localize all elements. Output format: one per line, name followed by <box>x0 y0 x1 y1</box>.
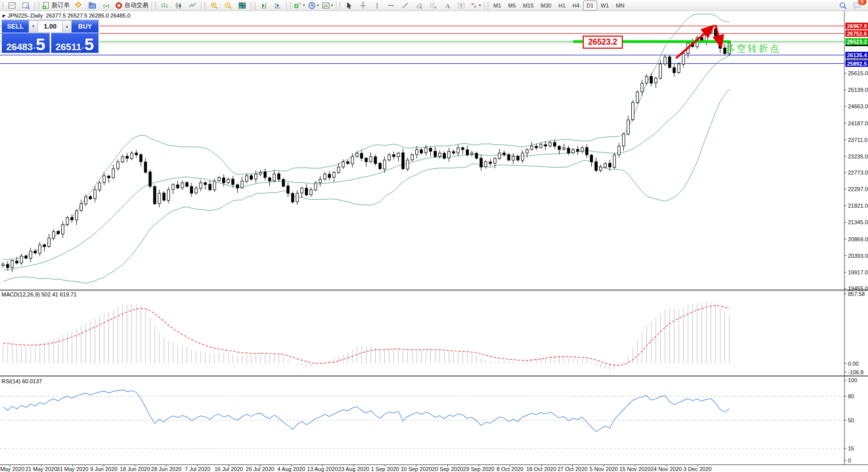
svg-text:50: 50 <box>848 417 854 423</box>
chart-line-button[interactable] <box>186 0 200 11</box>
candle <box>397 153 400 156</box>
tab-timeframe-W1[interactable]: W1 <box>597 1 613 11</box>
periods-button[interactable]: ▾ <box>306 0 320 11</box>
candle <box>471 153 473 154</box>
zoom-in-button[interactable] <box>207 0 221 11</box>
svg-text:23235.0: 23235.0 <box>848 153 868 160</box>
autotrade-button[interactable]: 自动交易 <box>113 0 150 11</box>
tile-windows-button[interactable] <box>235 0 249 11</box>
channel-button[interactable]: E <box>412 0 426 11</box>
buy-button[interactable]: BUY <box>72 20 98 33</box>
sell-button[interactable]: SELL <box>2 20 29 33</box>
chart-cursor-icon: ◤ <box>3 14 6 19</box>
candle <box>48 238 50 246</box>
candle <box>16 261 18 263</box>
candle <box>439 153 441 156</box>
trendline-button[interactable] <box>398 0 412 11</box>
candle <box>30 251 32 258</box>
candle <box>314 183 317 190</box>
zoom-in-icon <box>210 2 218 10</box>
channel-icon: E <box>415 2 423 10</box>
new-order-button[interactable]: 新订单 <box>41 0 71 11</box>
candle <box>71 218 73 220</box>
candle <box>255 174 257 179</box>
sell-price-display[interactable]: 26483 . 5 <box>2 33 50 53</box>
svg-text:8 Oct 2020: 8 Oct 2020 <box>496 466 524 472</box>
hline-button[interactable] <box>384 0 398 11</box>
price-level-tag[interactable]: 26523.2 <box>583 36 623 49</box>
volume-field[interactable]: 1.00 <box>38 20 62 33</box>
volume-decrease-button[interactable]: ▼ <box>29 20 38 33</box>
candle <box>429 148 432 151</box>
candle <box>126 156 128 159</box>
candle <box>213 181 216 190</box>
candle <box>494 159 496 164</box>
chart-candles-button[interactable] <box>171 0 186 11</box>
candle <box>604 164 607 167</box>
chart-canvas[interactable]: MACD(12,26,9) 502.41 619.71RSI(14) 60.01… <box>0 0 868 472</box>
metaeditor-button[interactable] <box>71 0 85 11</box>
chart-bars-icon <box>160 2 168 10</box>
candle <box>112 169 115 178</box>
zoom-out-icon <box>224 2 232 10</box>
tab-timeframe-D1[interactable]: D1 <box>583 1 597 11</box>
tab-timeframe-M1[interactable]: M1 <box>490 1 504 11</box>
candle <box>673 68 675 73</box>
candle <box>498 153 501 159</box>
toolbar-grip <box>254 2 256 9</box>
candle <box>677 64 680 73</box>
search-button[interactable] <box>836 0 850 11</box>
candle <box>563 148 565 149</box>
candle <box>664 57 666 64</box>
candle <box>590 155 593 162</box>
data-window-button[interactable] <box>19 0 33 11</box>
candle <box>287 186 289 194</box>
candle <box>158 193 160 204</box>
fibo-button[interactable]: F <box>426 0 440 11</box>
zoom-out-button[interactable] <box>221 0 235 11</box>
shift-end-button[interactable] <box>257 0 271 11</box>
toolbar-separator <box>484 2 484 10</box>
candle <box>121 156 124 162</box>
candle <box>25 256 27 258</box>
tab-timeframe-H1[interactable]: H1 <box>555 1 569 11</box>
candle <box>337 167 340 173</box>
volume-increase-button[interactable]: ▲ <box>62 20 72 33</box>
cursor-button[interactable] <box>342 0 356 11</box>
text-button[interactable]: A <box>440 0 454 11</box>
indicators-button[interactable]: ▾ <box>292 0 306 11</box>
signal-button[interactable] <box>99 0 113 11</box>
crosshair-button[interactable] <box>356 0 370 11</box>
svg-text:15 Nov 2020: 15 Nov 2020 <box>619 466 650 472</box>
chart-bars-button[interactable] <box>157 0 171 11</box>
buy-price-dot: . <box>82 42 84 52</box>
indicators-icon <box>294 2 302 10</box>
tab-timeframe-M30[interactable]: M30 <box>537 1 555 11</box>
navigator-button[interactable] <box>85 0 99 11</box>
toolbar-separator <box>151 2 152 10</box>
notifications-button[interactable]: 1 <box>850 0 864 11</box>
svg-text:26135.4: 26135.4 <box>847 52 867 58</box>
tab-timeframe-M15[interactable]: M15 <box>519 1 537 11</box>
tab-timeframe-MN[interactable]: MN <box>612 1 628 11</box>
arrows-button[interactable]: ▾ <box>468 0 482 11</box>
label-button[interactable]: T <box>454 0 468 11</box>
toolbar-grip <box>38 2 40 9</box>
signal-icon <box>102 2 110 10</box>
templates-button[interactable]: ▾ <box>320 0 334 11</box>
candle <box>448 151 450 158</box>
buy-price-display[interactable]: 26511 . 5 <box>51 33 99 53</box>
svg-text:0.00: 0.00 <box>848 361 858 367</box>
new-chart-button[interactable] <box>5 0 19 11</box>
svg-text:21 May 2020: 21 May 2020 <box>25 466 57 472</box>
candle <box>489 162 491 164</box>
candle <box>34 251 37 253</box>
tab-timeframe-M5[interactable]: M5 <box>504 1 519 11</box>
turning-point-annotation[interactable]: 多空转折点 <box>726 42 781 55</box>
metaeditor-icon <box>74 2 82 10</box>
vline-button[interactable] <box>370 0 384 11</box>
tab-timeframe-H4[interactable]: H4 <box>569 1 583 11</box>
candle <box>581 148 584 151</box>
auto-scroll-button[interactable] <box>271 0 285 11</box>
search-icon <box>839 2 847 10</box>
